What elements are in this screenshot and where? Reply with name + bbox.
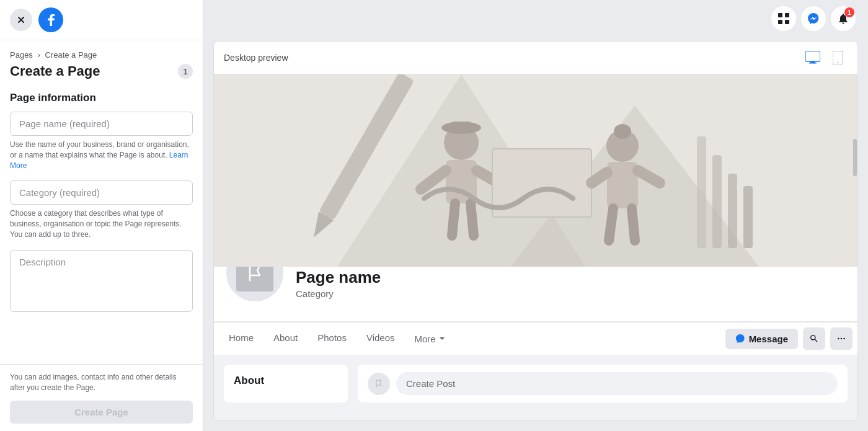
preview-title: Desktop preview bbox=[224, 53, 288, 63]
tab-more[interactable]: More bbox=[405, 325, 456, 352]
sidebar-footer: You can add images, contact info and oth… bbox=[0, 364, 203, 431]
svg-rect-30 bbox=[712, 155, 722, 248]
preview-container: Desktop preview bbox=[213, 41, 858, 421]
description-group bbox=[10, 250, 193, 314]
page-title-row: Create a Page 1 bbox=[10, 63, 193, 79]
fb-page-name: Page name bbox=[296, 268, 381, 287]
svg-rect-7 bbox=[809, 63, 817, 64]
page-content: About Create Post bbox=[214, 355, 857, 412]
notifications-button[interactable]: 1 bbox=[831, 6, 856, 31]
breadcrumb: Pages › Create a Page bbox=[10, 50, 193, 60]
svg-point-36 bbox=[841, 338, 843, 340]
desktop-view-button[interactable] bbox=[803, 48, 823, 68]
svg-point-9 bbox=[837, 62, 838, 63]
page-name-input[interactable] bbox=[10, 112, 193, 136]
more-options-button[interactable] bbox=[830, 327, 852, 350]
tab-home[interactable]: Home bbox=[219, 325, 264, 352]
nav-action-buttons: Message bbox=[725, 322, 852, 355]
mobile-view-button[interactable] bbox=[828, 48, 848, 68]
svg-rect-4 bbox=[785, 20, 789, 24]
scroll-thumb[interactable] bbox=[853, 139, 857, 176]
about-card-title: About bbox=[234, 375, 338, 387]
category-hint: Choose a category that describes what ty… bbox=[10, 208, 193, 239]
svg-line-28 bbox=[632, 208, 635, 241]
breadcrumb-parent[interactable]: Pages bbox=[10, 50, 33, 60]
search-button[interactable] bbox=[803, 327, 825, 350]
svg-rect-5 bbox=[805, 51, 820, 61]
tab-videos[interactable]: Videos bbox=[356, 325, 405, 352]
preview-area: 1 Desktop preview bbox=[203, 0, 868, 431]
page-name-hint: Use the name of your business, brand or … bbox=[10, 140, 193, 171]
category-input[interactable] bbox=[10, 180, 193, 205]
about-card: About bbox=[224, 365, 348, 402]
svg-rect-6 bbox=[810, 61, 815, 63]
top-nav: 1 bbox=[771, 6, 856, 31]
sidebar-content: Pages › Create a Page Create a Page 1 Pa… bbox=[0, 40, 203, 364]
preview-header: Desktop preview bbox=[214, 42, 857, 74]
page-title: Create a Page bbox=[10, 63, 178, 79]
svg-rect-29 bbox=[697, 136, 706, 248]
svg-point-37 bbox=[843, 338, 845, 340]
notification-count: 1 bbox=[844, 7, 854, 17]
svg-point-35 bbox=[838, 338, 839, 340]
tab-about[interactable]: About bbox=[264, 325, 308, 352]
svg-line-20 bbox=[471, 203, 474, 236]
sidebar: Pages › Create a Page Create a Page 1 Pa… bbox=[0, 0, 203, 431]
create-post-card: Create Post bbox=[358, 365, 848, 402]
fb-page-preview: Page name Category Home About Photos Vid… bbox=[214, 74, 857, 412]
breadcrumb-current: Create a Page bbox=[45, 50, 97, 60]
device-toggle bbox=[803, 48, 848, 68]
preview-body: Page name Category Home About Photos Vid… bbox=[214, 74, 857, 420]
grid-menu-button[interactable] bbox=[771, 6, 796, 31]
category-group: Choose a category that describes what ty… bbox=[10, 180, 193, 239]
svg-rect-3 bbox=[778, 20, 782, 24]
messenger-button[interactable] bbox=[801, 6, 826, 31]
page-name-group: Use the name of your business, brand or … bbox=[10, 112, 193, 171]
close-button[interactable] bbox=[10, 9, 32, 31]
facebook-logo bbox=[38, 7, 63, 32]
footer-hint: You can add images, contact info and oth… bbox=[10, 372, 193, 393]
section-label: Page information bbox=[10, 92, 193, 104]
tab-photos[interactable]: Photos bbox=[308, 325, 356, 352]
page-name-section: Page name Category bbox=[296, 268, 381, 304]
fb-page-category: Category bbox=[296, 288, 381, 299]
create-page-button[interactable]: Create Page bbox=[10, 401, 193, 424]
message-button[interactable]: Message bbox=[725, 329, 798, 349]
page-navigation: Home About Photos Videos More bbox=[214, 322, 857, 355]
cover-photo bbox=[214, 74, 857, 267]
create-post-button[interactable]: Create Post bbox=[396, 372, 838, 395]
svg-point-23 bbox=[614, 124, 631, 139]
page-nav-tabs: Home About Photos Videos More bbox=[219, 325, 725, 352]
svg-line-19 bbox=[452, 203, 455, 236]
breadcrumb-separator: › bbox=[38, 50, 40, 60]
create-post-avatar bbox=[368, 373, 390, 395]
description-input[interactable] bbox=[10, 250, 193, 312]
sidebar-header bbox=[0, 0, 203, 40]
scroll-track bbox=[852, 136, 857, 420]
svg-rect-15 bbox=[452, 122, 471, 130]
svg-line-27 bbox=[609, 208, 613, 241]
svg-rect-1 bbox=[778, 13, 782, 17]
svg-rect-2 bbox=[785, 13, 789, 17]
info-badge[interactable]: 1 bbox=[178, 64, 193, 79]
svg-rect-32 bbox=[743, 186, 753, 248]
svg-rect-31 bbox=[728, 174, 737, 248]
